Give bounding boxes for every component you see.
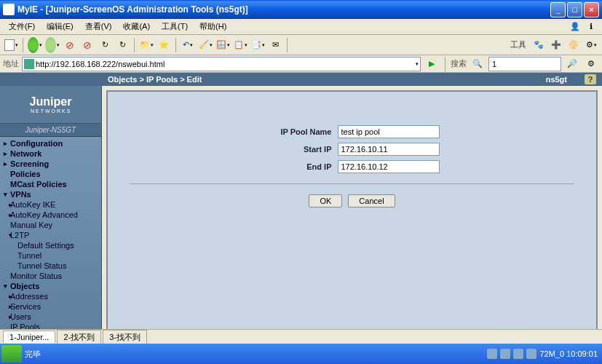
user-icon[interactable]: 👤 (567, 19, 583, 35)
tool-media-icon[interactable]: 📀 (566, 37, 582, 53)
forward-button[interactable]: ▾ (44, 37, 60, 53)
cancel-button[interactable]: Cancel (348, 194, 395, 207)
page-icon (24, 59, 34, 69)
breadcrumb-bar: Objects > IP Pools > Edit ns5gt ? (0, 73, 602, 86)
breadcrumb-device: ns5gt (546, 75, 585, 84)
new-tab-button[interactable]: ▾ (3, 37, 19, 53)
tab-1[interactable]: 1-Juniper... (3, 331, 55, 343)
brand-logo: Juniper NETWORKS (0, 86, 101, 124)
stop-button[interactable]: ⊘ (62, 37, 78, 53)
groups-button[interactable]: 📑▾ (250, 37, 266, 53)
search-go-icon[interactable]: 🔎 (564, 56, 580, 72)
menu-file[interactable]: 文件(F) (3, 20, 41, 33)
nav-monitor-status[interactable]: Monitor Status (0, 271, 101, 281)
stop-all-button[interactable]: ⊘ (79, 37, 95, 53)
tool-paw-icon[interactable]: 🐾 (531, 37, 547, 53)
address-dropdown-icon[interactable]: ▾ (416, 61, 419, 67)
tray-icon-1[interactable] (487, 349, 497, 359)
status-text: 完毕 (25, 349, 41, 360)
nav-vpns[interactable]: ▾VPNs (0, 189, 101, 199)
app-icon (3, 4, 15, 15)
form-divider (130, 183, 574, 184)
left-navigation: Juniper NETWORKS Juniper-NS5GT ▸Configur… (0, 86, 102, 364)
menu-edit[interactable]: 编辑(E) (41, 20, 79, 33)
ip-pool-name-input[interactable] (338, 125, 440, 138)
favorites-button[interactable]: 📁▾ (138, 37, 154, 53)
end-ip-input[interactable] (338, 160, 440, 173)
search-label: 搜索 (451, 58, 467, 69)
nav-mcast[interactable]: MCast Policies (0, 179, 101, 189)
address-bar: 地址 ▾ ▶ 搜索 🔍 🔎 ⚙ (0, 55, 602, 73)
nav-tunnel[interactable]: Tunnel (0, 250, 101, 261)
brand-sub: NETWORKS (30, 108, 72, 114)
nav-manual-key[interactable]: Manual Key (0, 220, 101, 230)
tool-gear-icon[interactable]: ⚙▾ (583, 37, 599, 53)
nav-addresses[interactable]: ▸Addresses (0, 291, 101, 301)
tray-icon-4[interactable] (526, 349, 536, 359)
tools-label: 工具 (507, 39, 529, 50)
cleanup-button[interactable]: 🧹▾ (197, 37, 213, 53)
back-button[interactable]: ▾ (27, 37, 43, 53)
help-icon[interactable]: ? (585, 74, 596, 84)
maximize-button[interactable]: □ (567, 2, 582, 17)
search-icon[interactable]: 🔍 (470, 56, 486, 72)
menu-view[interactable]: 查看(V) (79, 20, 118, 33)
main-panel: IP Pool Name Start IP End IP OK Cancel 5… (106, 90, 598, 364)
system-tray: 72M_0 10:09:01 (487, 349, 601, 359)
nav-network[interactable]: ▸Network (0, 149, 101, 159)
start-button[interactable] (1, 345, 22, 363)
nav-objects[interactable]: ▾Objects (0, 281, 101, 291)
fav-add-button[interactable]: ⭐ (156, 37, 172, 53)
tab-2[interactable]: 2-找不到 (57, 330, 101, 344)
ok-button[interactable]: OK (309, 194, 342, 207)
refresh-all-button[interactable]: ↻ (114, 37, 130, 53)
tab-strip: 1-Juniper... 2-找不到 3-找不到 (0, 329, 602, 344)
menu-favorites[interactable]: 收藏(A) (117, 20, 156, 33)
go-button[interactable]: ▶ (424, 56, 440, 72)
window-titlebar: MyIE - [Juniper-ScreenOS Administration … (0, 0, 602, 19)
nav-autokey-adv[interactable]: ▸AutoKey Advanced (0, 210, 101, 220)
nav-users[interactable]: ▸Users (0, 312, 101, 322)
mail-button[interactable]: ✉ (267, 37, 283, 53)
close-button[interactable]: × (584, 2, 599, 17)
menu-bar: 文件(F) 编辑(E) 查看(V) 收藏(A) 工具(T) 帮助(H) 👤 ℹ (0, 19, 602, 35)
end-ip-label: End IP (134, 162, 338, 171)
nav-configuration[interactable]: ▸Configuration (0, 138, 101, 149)
ip-pool-name-label: IP Pool Name (134, 127, 338, 136)
info-icon[interactable]: ℹ (583, 19, 599, 35)
form-area: IP Pool Name Start IP End IP OK Cancel (108, 92, 596, 207)
nav-l2tp[interactable]: ▾L2TP (0, 230, 101, 240)
address-input-wrap[interactable]: ▾ (22, 57, 421, 71)
nav-services[interactable]: ▸Services (0, 301, 101, 312)
start-ip-input[interactable] (338, 143, 440, 156)
popup-button[interactable]: 🪟▾ (215, 37, 231, 53)
search-input[interactable] (488, 57, 561, 71)
search-options-icon[interactable]: ⚙ (583, 56, 599, 72)
browser-toolbar: ▾ ▾ ▾ ⊘ ⊘ ↻ ↻ 📁▾ ⭐ ↶▾ 🧹▾ 🪟▾ 📋▾ 📑▾ ✉ 工具 🐾… (0, 35, 602, 55)
breadcrumb-path: Objects > IP Pools > Edit (6, 75, 202, 84)
content-area: Juniper NETWORKS Juniper-NS5GT ▸Configur… (0, 86, 602, 364)
minimize-button[interactable]: _ (550, 2, 566, 17)
nav-default-settings[interactable]: Default Settings (0, 240, 101, 250)
nav-screening[interactable]: ▸Screening (0, 159, 101, 169)
autofill-button[interactable]: 📋▾ (232, 37, 248, 53)
windows-taskbar: 完毕 72M_0 10:09:01 (0, 344, 602, 364)
brand-name: Juniper (30, 95, 72, 108)
start-ip-label: Start IP (134, 145, 338, 154)
address-input[interactable] (36, 60, 415, 68)
menu-help[interactable]: 帮助(H) (194, 20, 232, 33)
nav-tunnel-status[interactable]: Tunnel Status (0, 261, 101, 271)
nav-policies[interactable]: Policies (0, 169, 101, 179)
tool-add-icon[interactable]: ➕ (548, 37, 564, 53)
nav-autokey-ike[interactable]: ▸AutoKey IKE (0, 199, 101, 210)
window-title: MyIE - [Juniper-ScreenOS Administration … (17, 4, 550, 15)
address-label: 地址 (3, 58, 19, 69)
tray-icon-3[interactable] (513, 349, 523, 359)
tab-3[interactable]: 3-找不到 (103, 330, 147, 344)
undo-button[interactable]: ↶▾ (180, 37, 196, 53)
menu-tools[interactable]: 工具(T) (156, 20, 194, 33)
tray-clock: 72M_0 10:09:01 (539, 349, 598, 358)
device-label: Juniper-NS5GT (0, 124, 101, 137)
tray-icon-2[interactable] (500, 349, 510, 359)
refresh-button[interactable]: ↻ (97, 37, 113, 53)
